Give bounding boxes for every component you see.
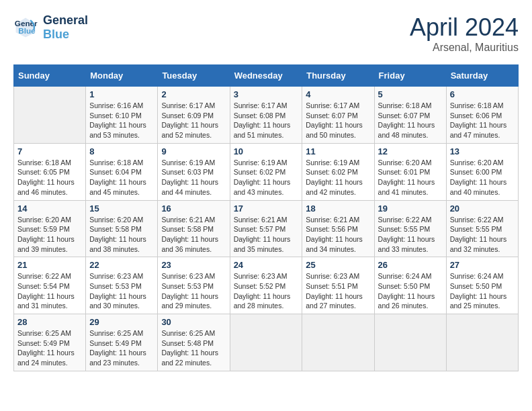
header-wednesday: Wednesday: [230, 65, 302, 87]
day-number: 20: [450, 203, 515, 214]
logo-icon: General Blue: [13, 15, 38, 40]
day-info: Sunrise: 6:24 AM Sunset: 5:50 PM Dayligh…: [378, 271, 443, 311]
calendar-cell: 3Sunrise: 6:17 AM Sunset: 6:08 PM Daylig…: [230, 87, 302, 144]
day-info: Sunrise: 6:19 AM Sunset: 6:03 PM Dayligh…: [161, 158, 226, 197]
calendar-cell: 29Sunrise: 6:25 AM Sunset: 5:49 PM Dayli…: [86, 314, 158, 371]
calendar-cell: 18Sunrise: 6:21 AM Sunset: 5:56 PM Dayli…: [302, 200, 374, 257]
day-number: 25: [306, 260, 370, 270]
day-number: 12: [378, 146, 443, 156]
day-info: Sunrise: 6:19 AM Sunset: 6:02 PM Dayligh…: [306, 158, 370, 197]
day-number: 6: [450, 89, 515, 99]
day-info: Sunrise: 6:23 AM Sunset: 5:53 PM Dayligh…: [161, 271, 226, 311]
svg-text:Blue: Blue: [18, 26, 36, 35]
calendar-week-5: 28Sunrise: 6:25 AM Sunset: 5:49 PM Dayli…: [14, 314, 519, 371]
calendar-cell: [230, 314, 302, 371]
day-number: 18: [306, 203, 370, 214]
calendar-cell: 21Sunrise: 6:22 AM Sunset: 5:54 PM Dayli…: [14, 257, 86, 314]
day-number: 7: [17, 146, 82, 156]
day-number: 9: [161, 146, 226, 156]
day-number: 16: [161, 203, 226, 214]
day-info: Sunrise: 6:17 AM Sunset: 6:07 PM Dayligh…: [306, 101, 370, 140]
month-title: April 2024: [410, 13, 519, 42]
day-number: 13: [450, 146, 515, 156]
calendar-table: SundayMondayTuesdayWednesdayThursdayFrid…: [13, 64, 519, 371]
day-info: Sunrise: 6:23 AM Sunset: 5:53 PM Dayligh…: [89, 271, 154, 311]
page-header: General Blue General Blue April 2024 Ars…: [13, 13, 519, 54]
calendar-cell: 9Sunrise: 6:19 AM Sunset: 6:03 PM Daylig…: [158, 143, 230, 200]
calendar-cell: 30Sunrise: 6:25 AM Sunset: 5:48 PM Dayli…: [158, 314, 230, 371]
header-saturday: Saturday: [446, 65, 518, 87]
calendar-cell: 2Sunrise: 6:17 AM Sunset: 6:09 PM Daylig…: [158, 87, 230, 144]
calendar-week-4: 21Sunrise: 6:22 AM Sunset: 5:54 PM Dayli…: [14, 257, 519, 314]
calendar-cell: 28Sunrise: 6:25 AM Sunset: 5:49 PM Dayli…: [14, 314, 86, 371]
calendar-cell: 6Sunrise: 6:18 AM Sunset: 6:06 PM Daylig…: [446, 87, 518, 144]
day-info: Sunrise: 6:22 AM Sunset: 5:55 PM Dayligh…: [378, 215, 443, 255]
calendar-cell: 25Sunrise: 6:23 AM Sunset: 5:51 PM Dayli…: [302, 257, 374, 314]
logo-text-blue: Blue: [43, 28, 88, 42]
calendar-cell: 22Sunrise: 6:23 AM Sunset: 5:53 PM Dayli…: [86, 257, 158, 314]
day-info: Sunrise: 6:23 AM Sunset: 5:51 PM Dayligh…: [306, 271, 370, 311]
day-info: Sunrise: 6:25 AM Sunset: 5:48 PM Dayligh…: [161, 328, 226, 368]
calendar-week-1: 1Sunrise: 6:16 AM Sunset: 6:10 PM Daylig…: [14, 87, 519, 144]
calendar-cell: 4Sunrise: 6:17 AM Sunset: 6:07 PM Daylig…: [302, 87, 374, 144]
day-number: 5: [378, 89, 443, 99]
day-info: Sunrise: 6:18 AM Sunset: 6:05 PM Dayligh…: [17, 158, 82, 197]
calendar-cell: 10Sunrise: 6:19 AM Sunset: 6:02 PM Dayli…: [230, 143, 302, 200]
header-monday: Monday: [86, 65, 158, 87]
day-info: Sunrise: 6:20 AM Sunset: 6:01 PM Dayligh…: [378, 158, 443, 197]
calendar-cell: 5Sunrise: 6:18 AM Sunset: 6:07 PM Daylig…: [374, 87, 446, 144]
day-info: Sunrise: 6:25 AM Sunset: 5:49 PM Dayligh…: [17, 328, 82, 368]
day-info: Sunrise: 6:25 AM Sunset: 5:49 PM Dayligh…: [89, 328, 154, 368]
day-number: 29: [89, 317, 154, 327]
calendar-cell: 20Sunrise: 6:22 AM Sunset: 5:55 PM Dayli…: [446, 200, 518, 257]
day-number: 10: [234, 146, 299, 156]
day-info: Sunrise: 6:20 AM Sunset: 5:58 PM Dayligh…: [89, 215, 154, 255]
location-subtitle: Arsenal, Mauritius: [410, 42, 519, 54]
header-tuesday: Tuesday: [158, 65, 230, 87]
day-number: 30: [161, 317, 226, 327]
day-number: 17: [234, 203, 299, 214]
day-info: Sunrise: 6:22 AM Sunset: 5:55 PM Dayligh…: [450, 215, 515, 255]
calendar-cell: [302, 314, 374, 371]
calendar-body: 1Sunrise: 6:16 AM Sunset: 6:10 PM Daylig…: [14, 87, 519, 371]
day-number: 3: [234, 89, 299, 99]
calendar-cell: 26Sunrise: 6:24 AM Sunset: 5:50 PM Dayli…: [374, 257, 446, 314]
calendar-cell: 15Sunrise: 6:20 AM Sunset: 5:58 PM Dayli…: [86, 200, 158, 257]
day-number: 24: [234, 260, 299, 270]
calendar-cell: [374, 314, 446, 371]
day-info: Sunrise: 6:18 AM Sunset: 6:04 PM Dayligh…: [89, 158, 154, 197]
day-number: 19: [378, 203, 443, 214]
day-number: 8: [89, 146, 154, 156]
day-number: 23: [161, 260, 226, 270]
day-info: Sunrise: 6:21 AM Sunset: 5:56 PM Dayligh…: [306, 215, 370, 255]
calendar-cell: 12Sunrise: 6:20 AM Sunset: 6:01 PM Dayli…: [374, 143, 446, 200]
title-block: April 2024 Arsenal, Mauritius: [410, 13, 519, 54]
day-info: Sunrise: 6:19 AM Sunset: 6:02 PM Dayligh…: [234, 158, 299, 197]
calendar-cell: 24Sunrise: 6:23 AM Sunset: 5:52 PM Dayli…: [230, 257, 302, 314]
calendar-cell: 13Sunrise: 6:20 AM Sunset: 6:00 PM Dayli…: [446, 143, 518, 200]
day-number: 14: [17, 203, 82, 214]
calendar-cell: 8Sunrise: 6:18 AM Sunset: 6:04 PM Daylig…: [86, 143, 158, 200]
calendar-cell: [446, 314, 518, 371]
day-info: Sunrise: 6:17 AM Sunset: 6:09 PM Dayligh…: [161, 101, 226, 140]
day-number: 26: [378, 260, 443, 270]
calendar-cell: 7Sunrise: 6:18 AM Sunset: 6:05 PM Daylig…: [14, 143, 86, 200]
day-info: Sunrise: 6:17 AM Sunset: 6:08 PM Dayligh…: [234, 101, 299, 140]
logo-text-general: General: [43, 13, 88, 28]
calendar-week-2: 7Sunrise: 6:18 AM Sunset: 6:05 PM Daylig…: [14, 143, 519, 200]
day-info: Sunrise: 6:23 AM Sunset: 5:52 PM Dayligh…: [234, 271, 299, 311]
day-number: 2: [161, 89, 226, 99]
day-info: Sunrise: 6:16 AM Sunset: 6:10 PM Dayligh…: [89, 101, 154, 140]
day-number: 15: [89, 203, 154, 214]
calendar-cell: 19Sunrise: 6:22 AM Sunset: 5:55 PM Dayli…: [374, 200, 446, 257]
day-info: Sunrise: 6:22 AM Sunset: 5:54 PM Dayligh…: [17, 271, 82, 311]
header-thursday: Thursday: [302, 65, 374, 87]
header-sunday: Sunday: [14, 65, 86, 87]
day-number: 28: [17, 317, 82, 327]
day-info: Sunrise: 6:24 AM Sunset: 5:50 PM Dayligh…: [450, 271, 515, 311]
day-info: Sunrise: 6:20 AM Sunset: 5:59 PM Dayligh…: [17, 215, 82, 255]
day-info: Sunrise: 6:18 AM Sunset: 6:07 PM Dayligh…: [378, 101, 443, 140]
day-number: 4: [306, 89, 370, 99]
day-number: 1: [89, 89, 154, 99]
header-friday: Friday: [374, 65, 446, 87]
